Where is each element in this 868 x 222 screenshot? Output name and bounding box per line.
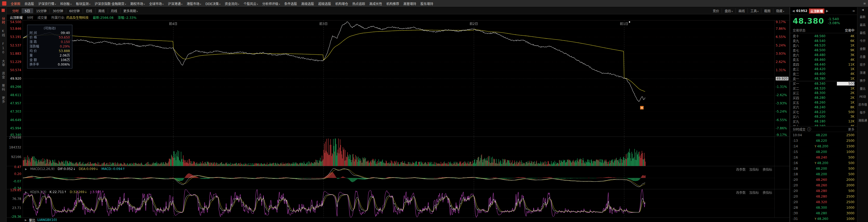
chart-tool-button[interactable]: 隐藏▾	[773, 8, 787, 13]
period-tab[interactable]: 日线	[83, 8, 95, 13]
tick-row[interactable]: 10:0448.2202500	[790, 132, 857, 138]
menu-item[interactable]: 全球市场▾	[147, 1, 166, 6]
orderbook-row[interactable]: 买五48.2601K	[790, 100, 857, 105]
menu-item[interactable]: 超级选股	[316, 1, 333, 6]
macd-edit-params-link[interactable]: 改参数	[736, 167, 746, 172]
menu-item[interactable]: 高级选股	[299, 1, 316, 6]
menu-item[interactable]: 高管增持	[401, 1, 418, 6]
orderbook-row[interactable]: 买八48.2003K	[790, 114, 857, 119]
price-chart-canvas[interactable]	[23, 21, 774, 137]
strip-field-label[interactable]: 每手	[860, 110, 866, 114]
sidebar-tab[interactable]: 更多	[1, 96, 6, 104]
orderbook-row[interactable]: 卖二48.4004K	[790, 71, 857, 76]
tick-row[interactable]: :1548.2001000	[790, 149, 857, 154]
liangbi-label[interactable]: 量比	[29, 218, 35, 222]
collapse-triangle-icon[interactable]: ▶	[25, 168, 27, 171]
strip-field-label[interactable]: 金额	[860, 46, 866, 51]
orderbook-row[interactable]: 卖九48.5406K	[790, 38, 857, 43]
strip-collapse-icon[interactable]: ◀	[862, 8, 864, 11]
menu-item[interactable]: 热点追踪	[350, 1, 367, 6]
strip-field-label[interactable]: 最高	[860, 23, 866, 27]
orderbook-row[interactable]: 买七48.220500	[790, 110, 857, 114]
app-logo-icon[interactable]	[2, 1, 6, 6]
strip-field-label[interactable]: 现手	[860, 63, 866, 67]
menu-item[interactable]: 全景图	[8, 1, 22, 6]
sidebar-tab[interactable]: 大单	[1, 60, 6, 67]
macd-title[interactable]: MACD(12,26,9)	[30, 167, 55, 171]
strip-field-label[interactable]: 总市值	[859, 102, 867, 107]
industry-link[interactable]: 药品及生物科技	[66, 16, 89, 20]
period-tab[interactable]: 15分钟	[33, 8, 50, 13]
tick-row[interactable]: :3048.2803000	[790, 210, 857, 216]
period-tab[interactable]: 更多周期▾	[120, 8, 141, 13]
menu-item[interactable]: 资金流向▾	[223, 1, 242, 6]
macd-add-indicator-link[interactable]: 加指标	[749, 167, 759, 172]
orderbook-row[interactable]: 卖四48.44011K	[790, 62, 857, 67]
sidebar-tab[interactable]: F10	[1, 42, 5, 55]
orderbook-row[interactable]: 卖三48.4201K	[790, 67, 857, 72]
strip-field-label[interactable]: 最新	[860, 14, 866, 19]
orderbook-row[interactable]: 买三48.3002K	[790, 91, 857, 96]
orderbook-row[interactable]: 卖十48.5604K	[790, 34, 857, 38]
sidebar-tab[interactable]: 筹码	[1, 84, 6, 91]
strip-field-label[interactable]: 今开	[860, 38, 866, 43]
strip-field-label[interactable]: 港股通	[859, 118, 867, 122]
tick-row[interactable]: :2048.280500	[790, 188, 857, 194]
kdj-switch-indicator-link[interactable]: 换指标	[763, 190, 772, 195]
strip-field-label[interactable]: 换手	[860, 78, 866, 83]
tick-row[interactable]: :2048.2802500	[790, 194, 857, 199]
tick-row[interactable]: :1648.240500	[790, 154, 857, 160]
strip-field-label[interactable]: 涨速	[860, 70, 866, 75]
macd-chart-canvas[interactable]	[23, 166, 774, 189]
orderbook-row[interactable]: 买六48.2408K	[790, 105, 857, 110]
orderbook-row[interactable]: 买一48.340500	[790, 81, 857, 86]
tick-row[interactable]: :2048.2602000	[790, 177, 857, 182]
menu-item[interactable]: 个股风云▾	[241, 1, 260, 6]
period-tab[interactable]: 月线	[108, 8, 120, 13]
menu-item[interactable]: 沪深京指数·金融期货▾	[93, 1, 128, 6]
strip-field-label[interactable]: PE动	[860, 94, 866, 99]
tick-row[interactable]: :2048.3202500	[790, 199, 857, 205]
tick-row[interactable]: :31Y48.2601000	[790, 216, 857, 221]
info-icon[interactable]: i	[807, 127, 811, 131]
orderbook-row[interactable]: 卖七48.5009K	[790, 48, 857, 52]
menu-item[interactable]: 期权市场▾	[128, 1, 147, 6]
menu-item[interactable]: 条件选股	[282, 1, 299, 6]
sidebar-tab[interactable]: 分时	[1, 17, 6, 25]
tick-row[interactable]: :16Y48.200500	[790, 160, 857, 166]
sidebar-tab[interactable]: 资金	[1, 72, 6, 79]
next-stock-icon[interactable]: ▶	[826, 9, 828, 13]
period-tab[interactable]: 周线	[95, 8, 108, 13]
quote-panel-menu-icon[interactable]: ≡	[852, 9, 855, 13]
tick-row[interactable]: :2048.2602000	[790, 182, 857, 188]
menu-icon[interactable]: ≡	[863, 2, 866, 5]
menu-item[interactable]: 板块监测▾	[74, 1, 93, 6]
menu-item[interactable]: 机构推荐	[384, 1, 401, 6]
sidebar-tab[interactable]: K线	[1, 29, 6, 37]
tick-row[interactable]: :1848.200500	[790, 166, 857, 171]
menu-item[interactable]: DDE决策▾	[203, 1, 223, 6]
orderbook-row[interactable]: 卖六48.4803K	[790, 52, 857, 58]
orderbook-row[interactable]: 卖五48.4604K	[790, 58, 857, 62]
chart-tool-button[interactable]: 竞价	[710, 8, 722, 13]
chart-tool-button[interactable]: 截图	[761, 8, 773, 13]
chart-tool-button[interactable]: 工具▾	[747, 8, 761, 13]
menu-item[interactable]: 高成长性	[367, 1, 384, 6]
strip-field-label[interactable]: 量比	[860, 86, 866, 90]
infobar-link-fenshi[interactable]: 分时	[27, 15, 33, 20]
menu-item[interactable]: 港股市场▾	[185, 1, 204, 6]
macd-switch-indicator-link[interactable]: 换指标	[763, 167, 772, 172]
orderbook-row[interactable]: 买十48.1604K	[790, 124, 857, 126]
period-tab[interactable]: 分时	[9, 8, 22, 13]
menu-item[interactable]: 分析师评级▾	[260, 1, 282, 6]
menu-item[interactable]: 自选股	[22, 1, 36, 6]
menu-item[interactable]: 股东增持	[418, 1, 435, 6]
volume-chart-canvas[interactable]	[23, 137, 774, 166]
orderbook-row[interactable]: 卖八48.5201K	[790, 43, 857, 48]
tick-row[interactable]: :1348.2202500	[790, 138, 857, 143]
tick-row[interactable]: :2848.3001000	[790, 205, 857, 210]
tick-row[interactable]: :14Y48.2001500	[790, 143, 857, 149]
kdj-chart-canvas[interactable]	[23, 189, 774, 218]
crosshair-tooltip[interactable]: (可拖动) 时 间09:40价 格53.650涨 跌0.150涨跌幅0.29%均…	[27, 25, 72, 69]
kdj-title[interactable]: KDJ(9,3,3)	[30, 190, 46, 194]
